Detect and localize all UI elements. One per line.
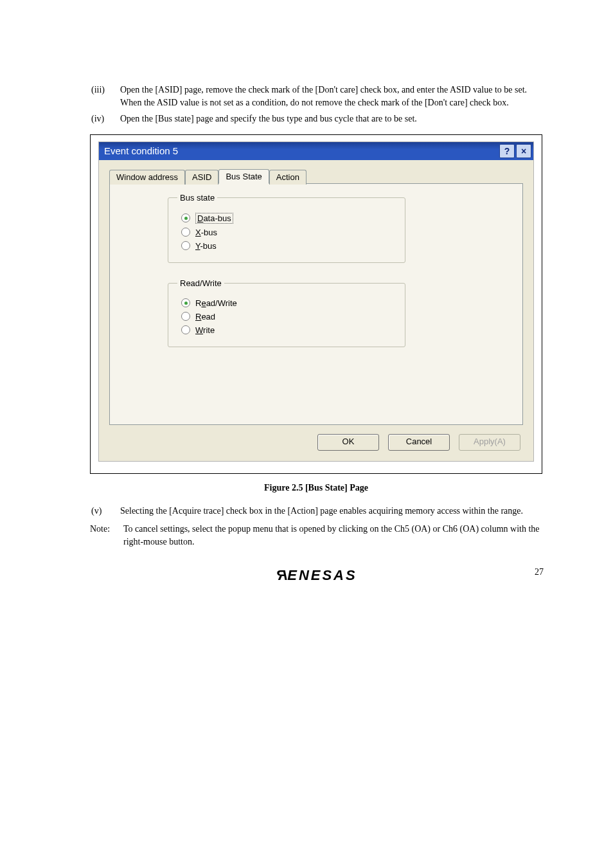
close-button[interactable]: ×: [516, 144, 531, 158]
marker-v: (v): [90, 505, 120, 518]
marker-iv: (iv): [90, 113, 120, 125]
radio-read-write-label: Read/Write: [195, 298, 237, 308]
label-rest: ad/Write: [206, 298, 237, 308]
label-rest: ata-bus: [203, 213, 231, 223]
read-write-group: Read/Write Read/Write Read Write: [168, 278, 405, 347]
radio-data-bus-label: Data-bus: [195, 213, 233, 224]
label-rest: -bus: [201, 228, 217, 237]
radio-y-bus-label: Y-bus: [195, 241, 217, 251]
radio-y-bus[interactable]: Y-bus: [177, 241, 396, 251]
note-text: To cancel settings, select the popup men…: [123, 523, 542, 549]
tab-bus-state[interactable]: Bus State: [218, 169, 269, 184]
ok-button[interactable]: OK: [317, 434, 379, 451]
radio-icon: [181, 241, 190, 250]
item-iv-body: Open the [Bus state] page and specify th…: [120, 113, 542, 125]
tab-window-address[interactable]: Window address: [109, 170, 185, 185]
note-label: Note:: [90, 523, 123, 549]
item-iii-body: Open the [ASID] page, remove the check m…: [120, 84, 542, 110]
label-pre: R: [195, 298, 201, 308]
radio-write-label: Write: [195, 325, 215, 335]
logo-r: R: [275, 567, 287, 584]
dialog-title: Event condition 5: [104, 145, 499, 156]
radio-read-label: Read: [195, 312, 215, 321]
read-write-legend: Read/Write: [177, 278, 224, 288]
mnemonic-x: X: [195, 228, 201, 237]
item-v-body: Selecting the [Acquire trace] check box …: [120, 505, 542, 518]
radio-icon: [181, 312, 190, 321]
mnemonic-w: W: [195, 325, 203, 335]
marker-iii: (iii): [90, 84, 120, 110]
tab-pane-bus-state: Bus state Data-bus X-bus Y-bus: [109, 183, 523, 425]
titlebar: Event condition 5 ? ×: [99, 142, 533, 160]
item-iii-line2: When the ASID value is not set as a cond…: [120, 98, 509, 107]
mnemonic-r: R: [195, 312, 201, 321]
label-rest: rite: [203, 325, 215, 335]
radio-read-write[interactable]: Read/Write: [177, 298, 396, 308]
page-number: 27: [535, 567, 544, 577]
event-condition-dialog: Event condition 5 ? × Window address ASI…: [98, 141, 534, 462]
renesas-logo: RENESAS: [90, 567, 542, 584]
radio-data-bus[interactable]: Data-bus: [177, 213, 396, 224]
radio-icon: [181, 325, 190, 334]
dialog-screenshot: Event condition 5 ? × Window address ASI…: [90, 134, 542, 474]
bus-state-legend: Bus state: [177, 193, 217, 203]
logo-rest: ENESAS: [287, 567, 357, 583]
radio-icon: [181, 213, 190, 222]
cancel-button[interactable]: Cancel: [388, 434, 450, 451]
help-button[interactable]: ?: [499, 144, 515, 158]
radio-x-bus-label: X-bus: [195, 228, 217, 237]
figure-caption: Figure 2.5 [Bus State] Page: [90, 483, 542, 493]
radio-icon: [181, 298, 190, 307]
item-iii-line1: Open the [ASID] page, remove the check m…: [120, 85, 527, 95]
label-rest: ead: [201, 312, 215, 321]
radio-write[interactable]: Write: [177, 325, 396, 335]
mnemonic-d: D: [197, 213, 203, 223]
tab-asid[interactable]: ASID: [185, 170, 218, 185]
radio-x-bus[interactable]: X-bus: [177, 228, 396, 237]
mnemonic-e: e: [201, 298, 206, 308]
apply-button: Apply(A): [459, 434, 520, 451]
radio-read[interactable]: Read: [177, 312, 396, 321]
tab-action[interactable]: Action: [269, 170, 306, 185]
radio-icon: [181, 228, 190, 237]
label-rest: -bus: [200, 241, 216, 251]
bus-state-group: Bus state Data-bus X-bus Y-bus: [168, 193, 405, 263]
